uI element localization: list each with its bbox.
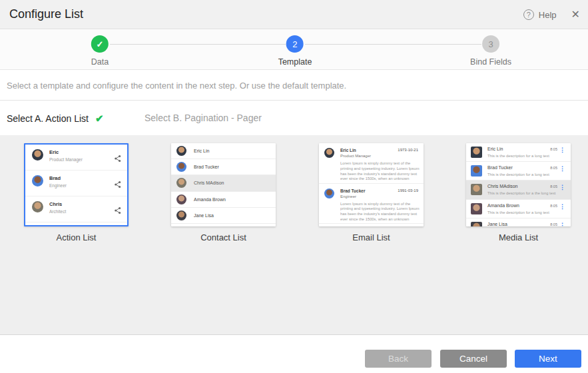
avatar [32,175,43,186]
avatar [324,188,334,198]
template-caption: Email List [319,232,424,242]
item-role: Architect [49,209,66,214]
item-name: Jane Lisa [194,213,214,218]
list-item: Amanda Brown [171,192,276,208]
item-description: This is the description for a long text [487,173,549,177]
item-name: Brad [49,175,61,181]
list-item: Eric Lin Product Manager 1973-10-21 Lore… [319,143,424,184]
list-item: Eric Product Manager [25,145,127,171]
stepper-connector [110,44,286,45]
more-vert-icon: ⋮ [559,222,565,226]
item-date: 1973-10-21 [398,148,418,152]
avatar [471,165,482,177]
item-duration: 8:05 [550,166,557,170]
list-item: Eric Lin This is the description for a l… [466,143,571,162]
share-icon [114,179,121,191]
item-role: Engineer [340,194,356,198]
stepper-connector [305,44,481,45]
item-name: Chris [49,201,62,207]
item-name: Chris MAdison [487,184,518,188]
instruction-text: Select a template and configure the cont… [0,71,588,101]
more-vert-icon: ⋮ [559,165,565,172]
item-name: Brad Tucker [340,188,365,193]
avatar [176,194,186,204]
avatar [176,210,186,220]
cancel-button[interactable]: Cancel [440,350,507,368]
check-icon: ✔ [95,113,104,125]
avatar [471,184,482,195]
item-name: Brad Tucker [487,165,513,170]
step-label: Template [278,57,312,67]
avatar [32,201,43,212]
step-data[interactable]: ✓ Data [91,35,109,67]
step-label: Data [91,57,109,67]
item-role: Product Manager [340,154,371,158]
list-item: Amanda Brown This is the description for… [466,200,571,218]
tab-action-list-label: Select A. Action List [7,113,89,124]
step-number: 3 [482,35,499,53]
item-description: This is the description for a the long t… [487,191,555,195]
list-item: Chris Architect [25,196,127,222]
item-description: This is the description for a long text [487,154,549,158]
page-title: Configure List [9,7,83,21]
list-item: Amanda [25,222,127,226]
item-name: Eric Lin [487,147,503,151]
step-done-check-icon: ✓ [91,35,109,53]
selector-row: Select A. Action List ✔ Select B. Pagina… [0,101,588,135]
dialog-header: Configure List ? Help ✕ [0,0,588,29]
template-caption: Media List [466,232,571,242]
item-duration: 8:05 [550,185,557,188]
tab-pagination-pager[interactable]: Select B. Pagination - Pager [145,113,262,123]
share-icon [114,153,121,165]
list-item: Jane Lisa This is the description for a … [466,218,571,226]
close-icon[interactable]: ✕ [571,9,580,20]
template-option-media-list[interactable]: Eric Lin This is the description for a l… [466,143,571,242]
avatar [471,222,482,226]
item-duration: 8:05 [550,204,557,208]
step-number: 2 [286,35,304,53]
help-label[interactable]: Help [539,10,557,20]
template-preview-media-list: Eric Lin This is the description for a l… [466,143,571,226]
item-role: Engineer [49,183,67,188]
item-name: Eric Lin [340,148,356,153]
more-vert-icon: ⋮ [559,203,565,210]
list-item: Brad Tucker [171,159,276,175]
item-duration: 8:05 [550,222,557,226]
item-name: Eric [49,149,59,155]
template-option-email-list[interactable]: Eric Lin Product Manager 1973-10-21 Lore… [319,143,424,242]
avatar [32,149,43,161]
help-icon[interactable]: ? [523,9,534,20]
dialog-footer: Back Cancel Next [0,335,588,373]
list-item: Brad Tucker Engineer 1991-03-19 Lorem Ip… [319,184,424,224]
avatar [176,162,186,172]
item-name: Brad Tucker [194,165,219,169]
template-option-action-list[interactable]: Eric Product Manager Brad Engineer Chris… [24,143,129,242]
avatar [471,147,482,158]
list-item: Brad Engineer [25,171,127,196]
list-item-highlighted: Chris MAdison This is the description fo… [466,181,571,199]
step-label: Bind Fields [470,57,511,67]
item-role: Product Manager [49,157,83,162]
item-name: Amanda Brown [487,203,519,208]
step-template[interactable]: 2 Template [278,35,312,67]
avatar [176,178,186,188]
step-bind-fields[interactable]: 3 Bind Fields [470,35,511,67]
avatar [471,203,482,214]
item-name: Chris MAdison [194,181,224,185]
wizard-stepper: ✓ Data 2 Template 3 Bind Fields [0,30,588,70]
template-caption: Contact List [171,232,276,242]
list-item-highlighted: Chris MAdison [171,175,276,191]
back-button[interactable]: Back [365,350,432,368]
template-preview-email-list: Eric Lin Product Manager 1973-10-21 Lore… [319,143,424,226]
item-body: Lorem Ipsum is simply dummy text of the … [340,202,420,222]
tab-action-list[interactable]: Select A. Action List ✔ [7,113,104,125]
share-icon [114,205,121,217]
item-name: Amanda Brown [194,197,226,202]
more-vert-icon: ⋮ [559,147,565,153]
template-option-contact-list[interactable]: Eric Lin Brad Tucker Chris MAdison Amand… [171,143,276,242]
template-preview-contact-list: Eric Lin Brad Tucker Chris MAdison Amand… [171,143,276,226]
avatar [324,148,334,158]
next-button[interactable]: Next [515,350,581,368]
more-vert-icon: ⋮ [559,184,565,190]
template-caption: Action List [24,232,129,242]
